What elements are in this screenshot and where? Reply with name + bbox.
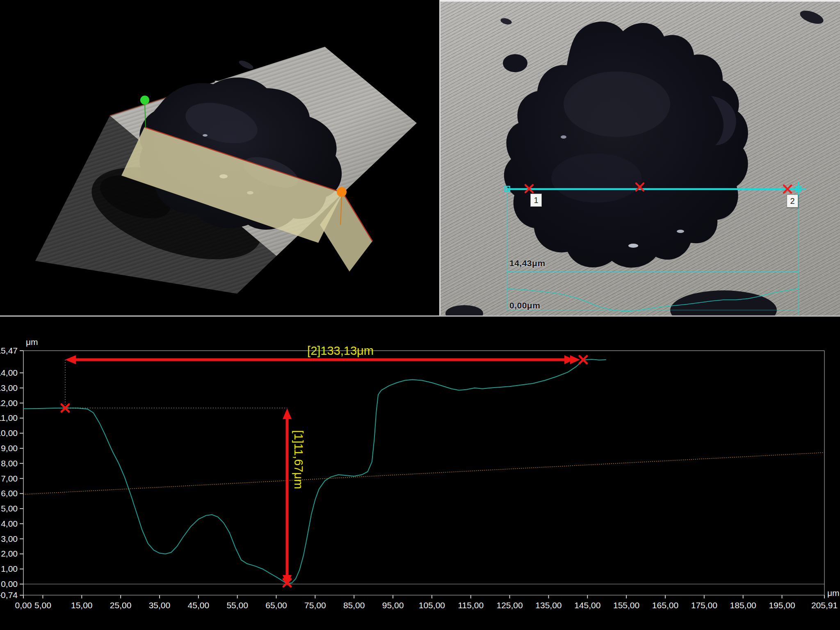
3d-scene bbox=[0, 0, 438, 315]
microscope-image-panel[interactable]: 1 2 14,43μm 0,00μm bbox=[439, 0, 840, 315]
small-defect-spot bbox=[238, 59, 254, 71]
blob-glint bbox=[677, 230, 684, 233]
tilt-reference-line bbox=[23, 452, 824, 494]
y-tick-label: 2,00 bbox=[1, 549, 18, 558]
measure2-label: [2]133,13μm bbox=[307, 344, 374, 357]
x-tick-label: 25,00 bbox=[110, 600, 132, 610]
satellite-blob bbox=[500, 17, 513, 26]
image-overlay bbox=[441, 2, 840, 315]
blob-glint bbox=[203, 134, 208, 137]
x-tick-label: 195,00 bbox=[769, 600, 795, 610]
y-tick-label: 6,00 bbox=[1, 488, 18, 498]
y-tick-label: 9,00 bbox=[1, 443, 18, 453]
measure2-arrowhead-left bbox=[65, 355, 76, 364]
x-tick-label: 5,00 bbox=[34, 600, 51, 610]
y-tick-label: 10,00 bbox=[0, 428, 18, 438]
point-2-badge[interactable]: 2 bbox=[787, 194, 798, 208]
blob-glint bbox=[628, 244, 638, 248]
x-tick-label: 0,00 bbox=[15, 600, 32, 610]
x-tick-label: 145,00 bbox=[574, 600, 600, 610]
defect-blob-photo bbox=[504, 22, 748, 268]
panel-separator bbox=[0, 315, 840, 317]
x-tick-label: 35,00 bbox=[149, 600, 171, 610]
orange-marker[interactable] bbox=[337, 187, 347, 197]
x-axis-unit: μm bbox=[827, 588, 840, 598]
x-tick-label: 65,00 bbox=[265, 600, 287, 610]
measure1-label: [1]11,67μm bbox=[292, 430, 305, 489]
x-tick-label: 85,00 bbox=[343, 600, 365, 610]
x-tick-label: 165,00 bbox=[652, 600, 678, 610]
x-tick-label: 115,00 bbox=[458, 600, 484, 610]
y-tick-label: 12,00 bbox=[0, 398, 18, 408]
x-tick-label: 95,00 bbox=[382, 600, 404, 610]
3d-surface-view-panel[interactable] bbox=[0, 0, 438, 315]
satellite-blob bbox=[798, 8, 825, 27]
satellite-blob bbox=[503, 54, 527, 72]
measure-handle-left[interactable] bbox=[504, 186, 510, 192]
y-axis-unit: μm bbox=[26, 337, 38, 347]
profile-chart-panel: 15,4714,0013,0012,0011,0010,009,008,007,… bbox=[0, 320, 840, 630]
x-tick-label: 125,00 bbox=[496, 600, 523, 610]
measurement-app-window: 1 2 14,43μm 0,00μm 15,4714,0013,0012,001… bbox=[0, 0, 840, 630]
blob-texture bbox=[564, 71, 670, 137]
measure1-arrowhead-top bbox=[283, 409, 292, 419]
y-tick-label: 0,00 bbox=[1, 579, 18, 589]
measure2-arrowhead-right-2 bbox=[570, 355, 580, 364]
x-tick-label: 175,00 bbox=[691, 600, 717, 610]
y-tick-label: 4,00 bbox=[1, 519, 18, 528]
x-tick-label: 185,00 bbox=[730, 600, 756, 610]
level-zero-label: 0,00μm bbox=[509, 301, 540, 310]
x-tick-label: 205,91 bbox=[811, 600, 838, 610]
x-tick-label: 105,00 bbox=[419, 600, 445, 610]
level-max-label: 14,43μm bbox=[509, 258, 546, 268]
satellite-blob-bottom-left bbox=[445, 305, 483, 315]
point-1-badge[interactable]: 1 bbox=[530, 194, 542, 207]
green-marker[interactable] bbox=[140, 96, 149, 105]
y-tick-label: 7,00 bbox=[1, 474, 18, 483]
x-tick-label: 15,00 bbox=[71, 600, 93, 610]
profile-chart: 15,4714,0013,0012,0011,0010,009,008,007,… bbox=[0, 320, 840, 630]
x-tick-label: 135,00 bbox=[535, 600, 562, 610]
y-tick-label: 3,00 bbox=[1, 534, 18, 543]
blob-texture bbox=[551, 153, 641, 203]
x-tick-label: 155,00 bbox=[613, 600, 639, 610]
height-profile bbox=[23, 359, 606, 584]
y-tick-label: 5,00 bbox=[1, 504, 18, 513]
y-tick-label: 15,47 bbox=[0, 346, 18, 355]
y-tick-label: -0,74 bbox=[0, 590, 18, 600]
y-tick-label: 13,00 bbox=[0, 383, 18, 393]
y-tick-label: 11,00 bbox=[0, 413, 18, 422]
y-tick-label: 14,00 bbox=[0, 368, 18, 377]
x-tick-label: 75,00 bbox=[304, 600, 326, 610]
satellite-blob-bottom bbox=[670, 290, 777, 315]
x-tick-label: 55,00 bbox=[226, 600, 248, 610]
y-tick-label: 8,00 bbox=[1, 459, 18, 468]
blob-glint bbox=[561, 135, 566, 139]
y-tick-label: 1,00 bbox=[1, 564, 18, 573]
x-tick-label: 45,00 bbox=[188, 600, 210, 610]
